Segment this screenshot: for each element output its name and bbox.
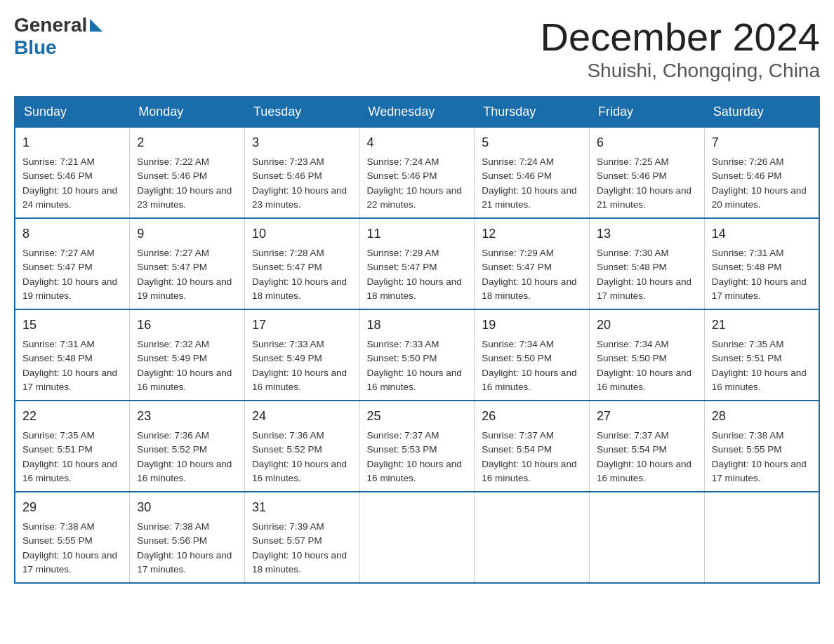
- day-number: 21: [712, 316, 812, 335]
- daylight-text: Daylight: 10 hours and 19 minutes.: [137, 276, 232, 301]
- table-row: 4Sunrise: 7:24 AMSunset: 5:46 PMDaylight…: [359, 127, 475, 218]
- sunset-text: Sunset: 5:46 PM: [597, 170, 667, 181]
- sunset-text: Sunset: 5:48 PM: [712, 262, 782, 272]
- sunset-text: Sunset: 5:49 PM: [137, 353, 207, 363]
- day-number: 14: [712, 224, 812, 243]
- sunset-text: Sunset: 5:47 PM: [22, 262, 93, 272]
- sunset-text: Sunset: 5:55 PM: [22, 535, 93, 546]
- day-number: 27: [597, 407, 697, 426]
- day-number: 5: [482, 133, 582, 152]
- day-number: 15: [22, 316, 122, 335]
- day-number: 19: [482, 316, 582, 335]
- daylight-text: Daylight: 10 hours and 21 minutes.: [597, 185, 691, 210]
- sunrise-text: Sunrise: 7:33 AM: [252, 339, 324, 349]
- table-row: [704, 492, 819, 583]
- sunset-text: Sunset: 5:47 PM: [252, 262, 322, 272]
- table-row: 12Sunrise: 7:29 AMSunset: 5:47 PMDayligh…: [475, 218, 590, 309]
- sunrise-text: Sunrise: 7:23 AM: [252, 156, 324, 167]
- table-row: 27Sunrise: 7:37 AMSunset: 5:54 PMDayligh…: [590, 401, 705, 492]
- daylight-text: Daylight: 10 hours and 16 minutes.: [367, 368, 462, 392]
- sunrise-text: Sunrise: 7:37 AM: [482, 430, 554, 441]
- daylight-text: Daylight: 10 hours and 18 minutes.: [482, 276, 576, 301]
- day-number: 9: [137, 224, 237, 243]
- header-thursday: Thursday: [475, 97, 590, 127]
- sunset-text: Sunset: 5:56 PM: [137, 535, 207, 546]
- sunrise-text: Sunrise: 7:38 AM: [712, 430, 784, 441]
- calendar-week-row: 22Sunrise: 7:35 AMSunset: 5:51 PMDayligh…: [15, 401, 819, 492]
- location-title: Shuishi, Chongqing, China: [541, 60, 820, 82]
- sunset-text: Sunset: 5:54 PM: [482, 444, 552, 455]
- daylight-text: Daylight: 10 hours and 18 minutes.: [252, 550, 347, 575]
- table-row: 29Sunrise: 7:38 AMSunset: 5:55 PMDayligh…: [15, 492, 130, 583]
- sunrise-text: Sunrise: 7:22 AM: [137, 156, 209, 167]
- table-row: 8Sunrise: 7:27 AMSunset: 5:47 PMDaylight…: [15, 218, 130, 309]
- table-row: 28Sunrise: 7:38 AMSunset: 5:55 PMDayligh…: [704, 401, 819, 492]
- header-sunday: Sunday: [15, 97, 130, 127]
- daylight-text: Daylight: 10 hours and 24 minutes.: [22, 185, 117, 210]
- calendar-table: Sunday Monday Tuesday Wednesday Thursday…: [14, 96, 820, 584]
- daylight-text: Daylight: 10 hours and 20 minutes.: [712, 185, 807, 210]
- sunrise-text: Sunrise: 7:27 AM: [22, 248, 95, 258]
- sunset-text: Sunset: 5:50 PM: [482, 353, 552, 363]
- sunset-text: Sunset: 5:51 PM: [22, 444, 93, 455]
- daylight-text: Daylight: 10 hours and 18 minutes.: [252, 276, 347, 301]
- daylight-text: Daylight: 10 hours and 16 minutes.: [712, 368, 807, 392]
- sunset-text: Sunset: 5:50 PM: [597, 353, 667, 363]
- day-number: 25: [367, 407, 468, 426]
- table-row: 9Sunrise: 7:27 AMSunset: 5:47 PMDaylight…: [130, 218, 245, 309]
- daylight-text: Daylight: 10 hours and 16 minutes.: [22, 459, 117, 483]
- day-number: 4: [367, 133, 468, 152]
- day-number: 7: [712, 133, 812, 152]
- table-row: 30Sunrise: 7:38 AMSunset: 5:56 PMDayligh…: [130, 492, 245, 583]
- table-row: 18Sunrise: 7:33 AMSunset: 5:50 PMDayligh…: [359, 309, 475, 401]
- logo-triangle-icon: [90, 19, 102, 32]
- table-row: 22Sunrise: 7:35 AMSunset: 5:51 PMDayligh…: [15, 401, 130, 492]
- daylight-text: Daylight: 10 hours and 17 minutes.: [712, 276, 807, 301]
- table-row: 26Sunrise: 7:37 AMSunset: 5:54 PMDayligh…: [475, 401, 590, 492]
- header-tuesday: Tuesday: [244, 97, 359, 127]
- table-row: [359, 492, 475, 583]
- sunrise-text: Sunrise: 7:34 AM: [597, 339, 669, 349]
- sunrise-text: Sunrise: 7:26 AM: [712, 156, 784, 167]
- sunset-text: Sunset: 5:55 PM: [712, 444, 782, 455]
- calendar-week-row: 8Sunrise: 7:27 AMSunset: 5:47 PMDaylight…: [15, 218, 819, 309]
- sunrise-text: Sunrise: 7:38 AM: [22, 521, 95, 532]
- table-row: 13Sunrise: 7:30 AMSunset: 5:48 PMDayligh…: [590, 218, 705, 309]
- sunrise-text: Sunrise: 7:37 AM: [597, 430, 669, 441]
- sunrise-text: Sunrise: 7:27 AM: [137, 248, 209, 258]
- sunset-text: Sunset: 5:46 PM: [252, 170, 322, 181]
- sunrise-text: Sunrise: 7:37 AM: [367, 430, 439, 441]
- table-row: [590, 492, 705, 583]
- day-number: 3: [252, 133, 352, 152]
- daylight-text: Daylight: 10 hours and 17 minutes.: [22, 368, 117, 392]
- daylight-text: Daylight: 10 hours and 16 minutes.: [252, 459, 347, 483]
- sunrise-text: Sunrise: 7:29 AM: [482, 248, 554, 258]
- sunrise-text: Sunrise: 7:36 AM: [252, 430, 324, 441]
- daylight-text: Daylight: 10 hours and 23 minutes.: [137, 185, 232, 210]
- table-row: 10Sunrise: 7:28 AMSunset: 5:47 PMDayligh…: [244, 218, 359, 309]
- daylight-text: Daylight: 10 hours and 17 minutes.: [712, 459, 807, 483]
- sunset-text: Sunset: 5:49 PM: [252, 353, 322, 363]
- daylight-text: Daylight: 10 hours and 23 minutes.: [252, 185, 347, 210]
- sunset-text: Sunset: 5:46 PM: [712, 170, 782, 181]
- day-number: 16: [137, 316, 237, 335]
- sunset-text: Sunset: 5:47 PM: [367, 262, 437, 272]
- table-row: 25Sunrise: 7:37 AMSunset: 5:53 PMDayligh…: [359, 401, 475, 492]
- day-number: 2: [137, 133, 237, 152]
- table-row: 21Sunrise: 7:35 AMSunset: 5:51 PMDayligh…: [704, 309, 819, 401]
- table-row: 19Sunrise: 7:34 AMSunset: 5:50 PMDayligh…: [475, 309, 590, 401]
- table-row: 2Sunrise: 7:22 AMSunset: 5:46 PMDaylight…: [130, 127, 245, 218]
- day-number: 26: [482, 407, 582, 426]
- daylight-text: Daylight: 10 hours and 22 minutes.: [367, 185, 462, 210]
- calendar-week-row: 1Sunrise: 7:21 AMSunset: 5:46 PMDaylight…: [15, 127, 819, 218]
- daylight-text: Daylight: 10 hours and 16 minutes.: [137, 368, 232, 392]
- day-number: 12: [482, 224, 582, 243]
- daylight-text: Daylight: 10 hours and 19 minutes.: [22, 276, 117, 301]
- header-saturday: Saturday: [704, 97, 819, 127]
- sunrise-text: Sunrise: 7:38 AM: [137, 521, 209, 532]
- day-number: 13: [597, 224, 697, 243]
- sunset-text: Sunset: 5:52 PM: [137, 444, 207, 455]
- day-number: 22: [22, 407, 122, 426]
- table-row: 20Sunrise: 7:34 AMSunset: 5:50 PMDayligh…: [590, 309, 705, 401]
- sunrise-text: Sunrise: 7:25 AM: [597, 156, 669, 167]
